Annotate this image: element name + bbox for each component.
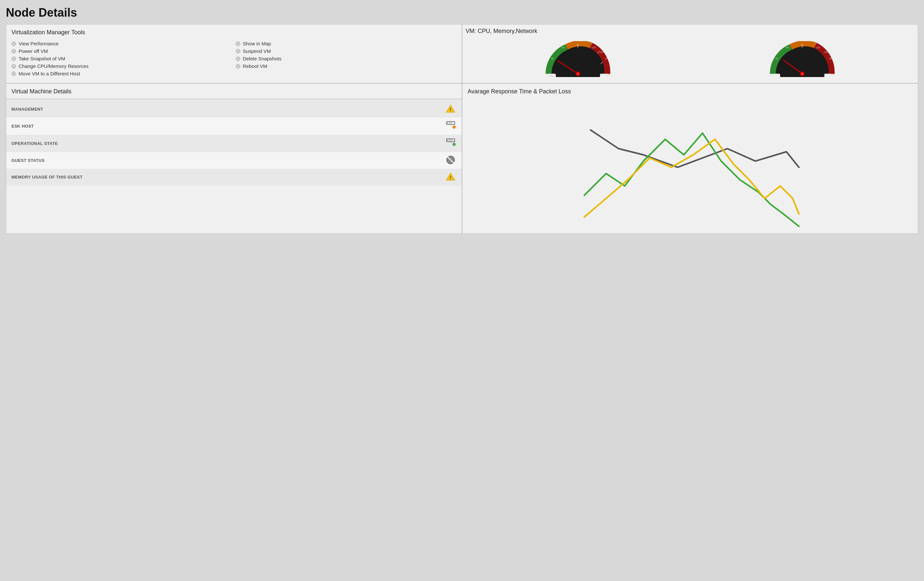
- row-icon: !: [441, 101, 462, 117]
- server-orange-icon: [446, 121, 457, 130]
- svg-point-43: [447, 140, 448, 141]
- table-row: OPERATIONAL STATE: [6, 135, 462, 152]
- tool-delete-snapshots[interactable]: Delete Snapshots: [236, 55, 457, 63]
- warning-icon-2: !: [446, 172, 455, 181]
- svg-text:0: 0: [772, 74, 773, 76]
- svg-point-18: [577, 73, 579, 75]
- tool-dot-icon: [236, 56, 240, 61]
- main-grid: Virtualization Manager Tools View Perfor…: [6, 24, 918, 234]
- vm-details-panel: Virtual Machine Details MANAGEMENT !: [6, 84, 462, 234]
- vm-table: MANAGEMENT ! ESK HOST: [6, 101, 462, 185]
- svg-text:30: 30: [551, 57, 554, 60]
- tool-change-cpu[interactable]: Change CPU/Memory Resorces: [12, 63, 233, 70]
- tool-dot-icon: [236, 64, 240, 69]
- tool-label: Change CPU/Memory Resorces: [19, 63, 89, 69]
- svg-point-41: [452, 126, 455, 128]
- vm-cpu-title: VM: CPU, Memory,Network: [465, 28, 914, 35]
- gauge-svg-1: 0 30 60 90 120 150 180 240: [545, 41, 610, 77]
- tool-label: View Performance: [19, 41, 58, 46]
- svg-text:!: !: [450, 107, 452, 112]
- row-icon: [441, 117, 462, 135]
- tool-dot-icon: [12, 49, 16, 54]
- gauge-1: 0 30 60 90 120 150 180 240: [545, 41, 610, 77]
- svg-point-47: [452, 143, 455, 146]
- svg-text:60: 60: [562, 46, 564, 49]
- svg-text:150: 150: [824, 51, 828, 53]
- tool-dot-icon: [236, 41, 240, 46]
- response-panel: Avarage Response Time & Packet Loss: [462, 84, 918, 234]
- tool-label: Suspend VM: [243, 48, 271, 54]
- tools-grid: View Performance Power off VM Take Snaps…: [12, 40, 457, 77]
- row-label: MANAGEMENT: [6, 101, 441, 117]
- response-chart: [467, 99, 912, 229]
- table-row: ESK HOST: [6, 117, 462, 135]
- tool-label: Show in Map: [243, 41, 271, 46]
- row-icon: [441, 135, 462, 152]
- svg-point-37: [447, 123, 448, 124]
- svg-text:240: 240: [830, 74, 834, 76]
- row-label: ESK HOST: [6, 117, 441, 135]
- tool-label: Take Snapshot of VM: [19, 56, 65, 61]
- svg-point-33: [801, 73, 803, 75]
- svg-text:180: 180: [829, 58, 833, 60]
- svg-text:150: 150: [600, 51, 604, 53]
- svg-text:90: 90: [801, 43, 804, 46]
- svg-text:120: 120: [591, 46, 596, 49]
- tool-dot-icon: [236, 49, 240, 54]
- svg-text:!: !: [450, 175, 452, 180]
- tool-label: Delete Snapshots: [243, 56, 281, 61]
- svg-text:240: 240: [606, 74, 610, 76]
- svg-text:60: 60: [786, 46, 789, 49]
- table-row: GUEST STATUS: [6, 152, 462, 169]
- tool-dot-icon: [12, 71, 16, 76]
- tool-label: Power off VM: [19, 48, 48, 54]
- tool-reboot-vm[interactable]: Reboot VM: [236, 63, 457, 70]
- tool-dot-icon: [12, 56, 16, 61]
- table-row: MANAGEMENT !: [6, 101, 462, 117]
- tool-view-performance[interactable]: View Performance: [12, 40, 233, 47]
- page-title: Node Details: [6, 6, 918, 20]
- row-icon: !: [441, 169, 462, 185]
- tool-take-snapshot[interactable]: Take Snapshot of VM: [12, 55, 233, 63]
- blocked-icon: [446, 155, 455, 165]
- tool-power-off-vm[interactable]: Power off VM: [12, 47, 233, 55]
- gauge-2: 0 30 60 90 120 150 180 240: [770, 41, 835, 77]
- row-label: MEMORY USAGE OF THIS GUEST: [6, 169, 441, 185]
- tool-dot-icon: [12, 41, 16, 46]
- tool-move-vm[interactable]: Move VM to a Different Host: [12, 70, 233, 77]
- row-icon: [441, 152, 462, 169]
- tool-label: Move VM to a Different Host: [19, 71, 80, 76]
- vm-cpu-panel: VM: CPU, Memory,Network: [462, 25, 918, 83]
- svg-line-2: [550, 74, 553, 77]
- row-label: OPERATIONAL STATE: [6, 135, 441, 152]
- warning-icon: !: [446, 104, 455, 113]
- response-panel-title: Avarage Response Time & Packet Loss: [467, 88, 912, 95]
- svg-text:0: 0: [547, 74, 549, 76]
- svg-text:90: 90: [576, 43, 579, 46]
- table-row: MEMORY USAGE OF THIS GUEST !: [6, 169, 462, 185]
- tool-show-in-map[interactable]: Show in Map: [236, 40, 457, 47]
- svg-text:30: 30: [776, 57, 779, 60]
- svg-text:120: 120: [816, 46, 820, 49]
- tool-dot-icon: [12, 64, 16, 69]
- tool-suspend-vm[interactable]: Suspend VM: [236, 47, 457, 55]
- tool-label: Reboot VM: [243, 63, 267, 69]
- row-label: GUEST STATUS: [6, 152, 441, 169]
- svg-text:180: 180: [605, 58, 609, 60]
- tools-left-col: View Performance Power off VM Take Snaps…: [12, 40, 233, 77]
- gauge-svg-2: 0 30 60 90 120 150 180 240: [770, 41, 835, 77]
- virtualization-tools-panel: Virtualization Manager Tools View Perfor…: [6, 25, 462, 83]
- virtualization-tools-title: Virtualization Manager Tools: [12, 29, 457, 36]
- server-green-icon: [446, 138, 457, 147]
- tools-right-col: Show in Map Suspend VM Delete Snapshots …: [236, 40, 457, 77]
- vm-details-title: Virtual Machine Details: [6, 84, 462, 98]
